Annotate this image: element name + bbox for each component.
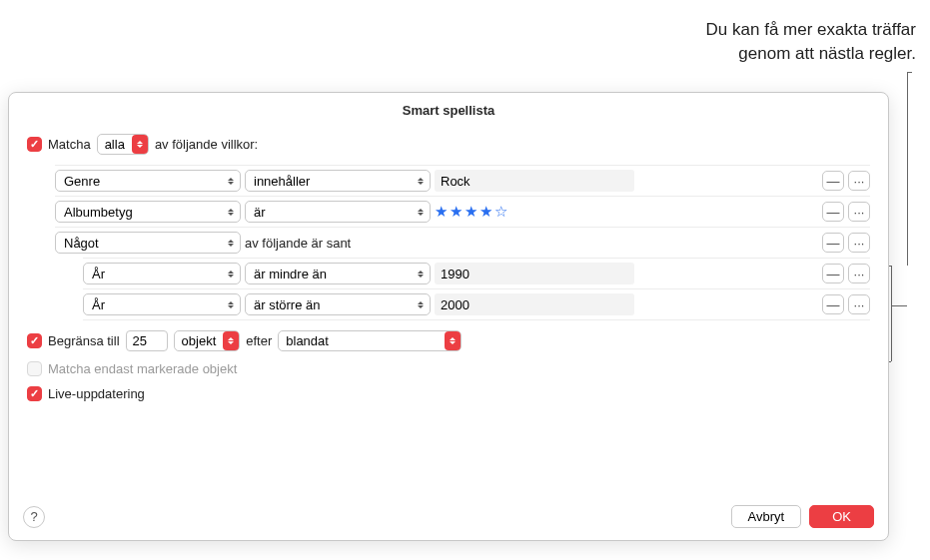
chevrons-icon	[417, 178, 425, 185]
dialog-footer: ? Avbryt OK	[23, 505, 874, 528]
rule-field-select[interactable]: Genre	[55, 170, 241, 192]
live-update-row: Live-uppdatering	[27, 386, 870, 401]
more-rule-button[interactable]: ···	[848, 171, 870, 191]
more-rule-button[interactable]: ···	[848, 233, 870, 253]
match-condition-row: Matcha alla av följande villkor:	[27, 134, 870, 155]
rule-operator-value: är mindre än	[254, 267, 327, 281]
rule-operator-select[interactable]: innehåller	[245, 170, 431, 192]
annotation-text-2: genom att nästla regler.	[706, 42, 916, 66]
checked-only-checkbox	[27, 361, 42, 376]
rule-operator-select[interactable]: är större än	[245, 293, 431, 315]
rule-operator-value: är större än	[254, 297, 320, 312]
limit-by-value: blandat	[286, 333, 442, 348]
rule-field-select[interactable]: Albumbetyg	[55, 201, 241, 223]
limit-row: Begränsa till objekt efter blandat	[27, 330, 870, 351]
stepper-icon	[132, 135, 148, 154]
chevrons-icon	[227, 209, 235, 216]
checked-only-row: Matcha endast markerade objekt	[27, 361, 870, 376]
stepper-icon	[445, 331, 461, 350]
star-icon: ★	[479, 203, 493, 221]
rule-group-row: Något av följande är sant — ···	[55, 227, 870, 258]
annotation-connector	[907, 72, 912, 73]
chevrons-icon	[417, 301, 425, 308]
rule-field-value: År	[92, 297, 105, 312]
annotation-bracket	[891, 305, 907, 306]
annotation-bracket	[891, 266, 892, 361]
rule-operator-value: är	[254, 205, 266, 220]
rule-row: Albumbetyg är ★ ★ ★ ★ ☆ — ···	[55, 196, 870, 227]
star-icon: ★	[465, 203, 478, 221]
checked-only-label: Matcha endast markerade objekt	[48, 361, 237, 376]
star-icon: ☆	[494, 203, 508, 221]
live-update-checkbox[interactable]	[27, 386, 42, 401]
rule-field-value: Genre	[64, 174, 100, 189]
limit-by-select[interactable]: blandat	[278, 330, 462, 351]
match-suffix-label: av följande villkor:	[155, 137, 258, 152]
rule-operator-select[interactable]: är mindre än	[245, 263, 431, 284]
live-update-label: Live-uppdatering	[48, 386, 145, 401]
rule-group-select[interactable]: Något	[55, 232, 241, 254]
rule-field-select[interactable]: År	[83, 263, 241, 284]
nested-rule-row: År är mindre än — ···	[83, 258, 870, 288]
remove-rule-button[interactable]: —	[822, 233, 844, 253]
annotation-connector	[907, 72, 908, 266]
more-rule-button[interactable]: ···	[848, 264, 870, 283]
callout-annotation: Du kan få mer exakta träffar genom att n…	[706, 18, 916, 66]
chevrons-icon	[227, 271, 235, 278]
help-button[interactable]: ?	[23, 506, 45, 528]
chevrons-icon	[417, 209, 425, 216]
rule-value-input[interactable]	[435, 263, 634, 284]
more-rule-button[interactable]: ···	[848, 294, 870, 314]
chevrons-icon	[417, 271, 425, 278]
rule-row: Genre innehåller — ···	[55, 165, 870, 196]
chevrons-icon	[227, 301, 235, 308]
limit-unit-value: objekt	[182, 333, 221, 348]
remove-rule-button[interactable]: —	[822, 202, 844, 222]
limit-label: Begränsa till	[48, 333, 120, 348]
dialog-title: Smart spellista	[9, 93, 888, 126]
rating-stars[interactable]: ★ ★ ★ ★ ☆	[435, 203, 508, 221]
star-icon: ★	[435, 203, 449, 221]
remove-rule-button[interactable]: —	[822, 264, 844, 283]
rules-container: Genre innehåller — ··· Albumbetyg	[55, 165, 870, 320]
rule-value-input[interactable]	[435, 293, 634, 315]
remove-rule-button[interactable]: —	[822, 294, 844, 314]
rule-group-value: Något	[64, 236, 99, 251]
rule-field-value: Albumbetyg	[64, 205, 133, 220]
limit-unit-select[interactable]: objekt	[174, 330, 241, 351]
star-icon: ★	[450, 203, 464, 221]
match-checkbox[interactable]	[27, 137, 42, 152]
cancel-button[interactable]: Avbryt	[731, 505, 802, 528]
stepper-icon	[223, 331, 239, 350]
smart-playlist-dialog: Smart spellista Matcha alla av följande …	[8, 92, 889, 541]
ok-button[interactable]: OK	[809, 505, 874, 528]
chevrons-icon	[227, 178, 235, 185]
rule-operator-value: innehåller	[254, 174, 310, 189]
limit-value-input[interactable]	[126, 330, 168, 351]
remove-rule-button[interactable]: —	[822, 171, 844, 191]
rule-field-select[interactable]: År	[83, 293, 241, 315]
match-prefix-label: Matcha	[48, 137, 91, 152]
limit-checkbox[interactable]	[27, 333, 42, 348]
chevrons-icon	[227, 240, 235, 247]
rule-operator-select[interactable]: är	[245, 201, 431, 223]
match-mode-select[interactable]: alla	[97, 134, 149, 155]
nested-rule-row: År är större än — ···	[83, 288, 870, 320]
rule-field-value: År	[92, 267, 105, 281]
rule-group-suffix: av följande är sant	[245, 236, 351, 251]
limit-by-label: efter	[246, 333, 272, 348]
match-mode-value: alla	[105, 137, 129, 152]
annotation-text-1: Du kan få mer exakta träffar	[706, 18, 916, 42]
rule-value-input[interactable]	[435, 170, 634, 192]
more-rule-button[interactable]: ···	[848, 202, 870, 222]
